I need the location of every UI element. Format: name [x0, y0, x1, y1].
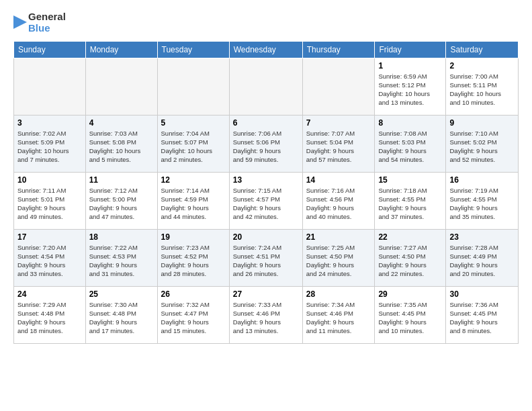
- day-number: 21: [306, 232, 371, 242]
- calendar-cell: 23Sunrise: 7:28 AMSunset: 4:49 PMDayligh…: [446, 229, 519, 286]
- day-info: Sunrise: 7:15 AMSunset: 4:57 PMDaylight:…: [233, 186, 299, 222]
- day-info: Sunrise: 7:24 AMSunset: 4:51 PMDaylight:…: [233, 243, 299, 279]
- logo: GeneralBlue: [13, 11, 66, 34]
- day-number: 18: [89, 232, 154, 242]
- day-info: Sunrise: 7:12 AMSunset: 5:00 PMDaylight:…: [89, 186, 154, 222]
- calendar-cell: [157, 58, 229, 115]
- day-number: 20: [233, 232, 299, 242]
- day-info: Sunrise: 7:11 AMSunset: 5:01 PMDaylight:…: [17, 186, 82, 222]
- day-number: 26: [161, 289, 226, 299]
- weekday-sunday: Sunday: [14, 41, 86, 58]
- day-info: Sunrise: 6:59 AMSunset: 5:12 PMDaylight:…: [378, 72, 442, 107]
- day-number: 12: [161, 175, 226, 185]
- day-info: Sunrise: 7:07 AMSunset: 5:04 PMDaylight:…: [306, 129, 371, 165]
- calendar-cell: 16Sunrise: 7:19 AMSunset: 4:55 PMDayligh…: [446, 172, 519, 229]
- weekday-saturday: Saturday: [446, 41, 519, 58]
- calendar-cell: 9Sunrise: 7:10 AMSunset: 5:02 PMDaylight…: [446, 115, 519, 172]
- day-info: Sunrise: 7:04 AMSunset: 5:07 PMDaylight:…: [161, 129, 226, 165]
- calendar-cell: 15Sunrise: 7:18 AMSunset: 4:55 PMDayligh…: [375, 172, 446, 229]
- page: GeneralBlue SundayMondayTuesdayWednesday…: [0, 0, 532, 351]
- calendar-cell: [302, 58, 375, 115]
- day-number: 3: [17, 118, 82, 128]
- day-number: 16: [449, 175, 515, 185]
- day-info: Sunrise: 7:02 AMSunset: 5:09 PMDaylight:…: [17, 129, 82, 165]
- day-number: 25: [89, 289, 154, 299]
- calendar-cell: 18Sunrise: 7:22 AMSunset: 4:53 PMDayligh…: [85, 229, 157, 286]
- calendar-cell: 14Sunrise: 7:16 AMSunset: 4:56 PMDayligh…: [302, 172, 375, 229]
- day-info: Sunrise: 7:25 AMSunset: 4:50 PMDaylight:…: [306, 243, 371, 279]
- calendar-cell: 24Sunrise: 7:29 AMSunset: 4:48 PMDayligh…: [14, 286, 86, 343]
- week-row-3: 10Sunrise: 7:11 AMSunset: 5:01 PMDayligh…: [14, 172, 519, 229]
- day-number: 1: [378, 61, 442, 71]
- day-number: 17: [17, 232, 82, 242]
- day-info: Sunrise: 7:32 AMSunset: 4:47 PMDaylight:…: [161, 300, 226, 336]
- day-info: Sunrise: 7:33 AMSunset: 4:46 PMDaylight:…: [233, 300, 299, 336]
- calendar-cell: 11Sunrise: 7:12 AMSunset: 5:00 PMDayligh…: [85, 172, 157, 229]
- calendar-cell: 27Sunrise: 7:33 AMSunset: 4:46 PMDayligh…: [229, 286, 302, 343]
- day-info: Sunrise: 7:08 AMSunset: 5:03 PMDaylight:…: [378, 129, 442, 165]
- day-number: 27: [233, 289, 299, 299]
- calendar-table: SundayMondayTuesdayWednesdayThursdayFrid…: [13, 41, 519, 344]
- day-info: Sunrise: 7:29 AMSunset: 4:48 PMDaylight:…: [17, 300, 82, 336]
- day-info: Sunrise: 7:28 AMSunset: 4:49 PMDaylight:…: [449, 243, 515, 279]
- day-number: 11: [89, 175, 154, 185]
- calendar-cell: 21Sunrise: 7:25 AMSunset: 4:50 PMDayligh…: [302, 229, 375, 286]
- calendar-cell: [229, 58, 302, 115]
- calendar-cell: 3Sunrise: 7:02 AMSunset: 5:09 PMDaylight…: [14, 115, 86, 172]
- week-row-1: 1Sunrise: 6:59 AMSunset: 5:12 PMDaylight…: [14, 58, 519, 115]
- day-number: 15: [378, 175, 442, 185]
- day-number: 9: [449, 118, 515, 128]
- weekday-friday: Friday: [375, 41, 446, 58]
- day-info: Sunrise: 7:14 AMSunset: 4:59 PMDaylight:…: [161, 186, 226, 222]
- calendar-cell: 28Sunrise: 7:34 AMSunset: 4:46 PMDayligh…: [302, 286, 375, 343]
- week-row-5: 24Sunrise: 7:29 AMSunset: 4:48 PMDayligh…: [14, 286, 519, 343]
- calendar-cell: 17Sunrise: 7:20 AMSunset: 4:54 PMDayligh…: [14, 229, 86, 286]
- calendar-cell: 12Sunrise: 7:14 AMSunset: 4:59 PMDayligh…: [157, 172, 229, 229]
- weekday-monday: Monday: [85, 41, 157, 58]
- header: GeneralBlue: [13, 11, 519, 34]
- day-number: 28: [306, 289, 371, 299]
- calendar-cell: 25Sunrise: 7:30 AMSunset: 4:48 PMDayligh…: [85, 286, 157, 343]
- calendar-cell: 26Sunrise: 7:32 AMSunset: 4:47 PMDayligh…: [157, 286, 229, 343]
- day-info: Sunrise: 7:23 AMSunset: 4:52 PMDaylight:…: [161, 243, 226, 279]
- day-number: 29: [378, 289, 442, 299]
- week-row-4: 17Sunrise: 7:20 AMSunset: 4:54 PMDayligh…: [14, 229, 519, 286]
- day-number: 7: [306, 118, 371, 128]
- calendar-cell: 30Sunrise: 7:36 AMSunset: 4:45 PMDayligh…: [446, 286, 519, 343]
- day-number: 2: [449, 61, 515, 71]
- day-info: Sunrise: 7:35 AMSunset: 4:45 PMDaylight:…: [378, 300, 442, 336]
- day-info: Sunrise: 7:03 AMSunset: 5:08 PMDaylight:…: [89, 129, 154, 165]
- weekday-wednesday: Wednesday: [229, 41, 302, 58]
- day-info: Sunrise: 7:27 AMSunset: 4:50 PMDaylight:…: [378, 243, 442, 279]
- calendar-cell: 6Sunrise: 7:06 AMSunset: 5:06 PMDaylight…: [229, 115, 302, 172]
- day-number: 22: [378, 232, 442, 242]
- calendar-cell: 7Sunrise: 7:07 AMSunset: 5:04 PMDaylight…: [302, 115, 375, 172]
- svg-marker-0: [13, 15, 27, 29]
- calendar-cell: 19Sunrise: 7:23 AMSunset: 4:52 PMDayligh…: [157, 229, 229, 286]
- week-row-2: 3Sunrise: 7:02 AMSunset: 5:09 PMDaylight…: [14, 115, 519, 172]
- day-number: 19: [161, 232, 226, 242]
- calendar-cell: 5Sunrise: 7:04 AMSunset: 5:07 PMDaylight…: [157, 115, 229, 172]
- calendar-cell: 4Sunrise: 7:03 AMSunset: 5:08 PMDaylight…: [85, 115, 157, 172]
- day-number: 4: [89, 118, 154, 128]
- day-number: 10: [17, 175, 82, 185]
- day-info: Sunrise: 7:10 AMSunset: 5:02 PMDaylight:…: [449, 129, 515, 165]
- day-info: Sunrise: 7:18 AMSunset: 4:55 PMDaylight:…: [378, 186, 442, 222]
- day-number: 8: [378, 118, 442, 128]
- day-info: Sunrise: 7:22 AMSunset: 4:53 PMDaylight:…: [89, 243, 154, 279]
- day-number: 13: [233, 175, 299, 185]
- day-info: Sunrise: 7:19 AMSunset: 4:55 PMDaylight:…: [449, 186, 515, 222]
- weekday-thursday: Thursday: [302, 41, 375, 58]
- calendar-cell: 29Sunrise: 7:35 AMSunset: 4:45 PMDayligh…: [375, 286, 446, 343]
- day-number: 23: [449, 232, 515, 242]
- day-info: Sunrise: 7:16 AMSunset: 4:56 PMDaylight:…: [306, 186, 371, 222]
- day-info: Sunrise: 7:30 AMSunset: 4:48 PMDaylight:…: [89, 300, 154, 336]
- calendar-cell: [85, 58, 157, 115]
- calendar-cell: 8Sunrise: 7:08 AMSunset: 5:03 PMDaylight…: [375, 115, 446, 172]
- day-info: Sunrise: 7:00 AMSunset: 5:11 PMDaylight:…: [449, 72, 515, 107]
- day-number: 24: [17, 289, 82, 299]
- calendar-cell: 22Sunrise: 7:27 AMSunset: 4:50 PMDayligh…: [375, 229, 446, 286]
- day-info: Sunrise: 7:20 AMSunset: 4:54 PMDaylight:…: [17, 243, 82, 279]
- calendar-cell: 2Sunrise: 7:00 AMSunset: 5:11 PMDaylight…: [446, 58, 519, 115]
- day-info: Sunrise: 7:06 AMSunset: 5:06 PMDaylight:…: [233, 129, 299, 165]
